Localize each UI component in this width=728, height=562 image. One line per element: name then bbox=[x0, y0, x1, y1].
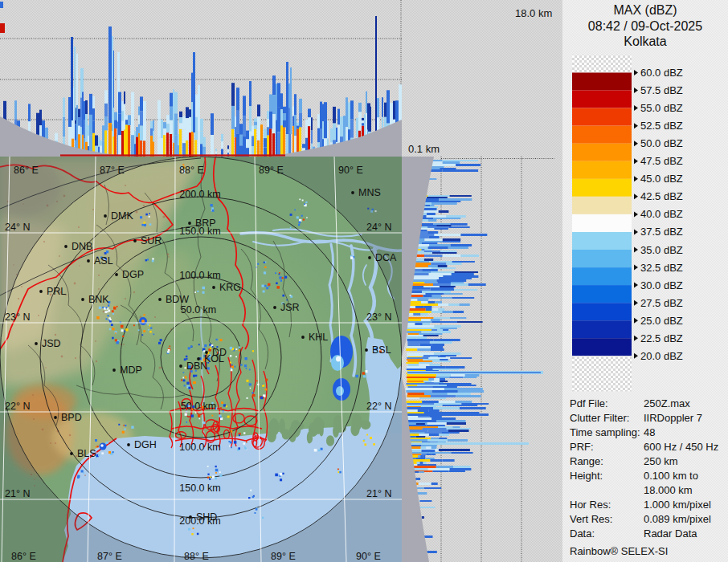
svg-text:BLS: BLS bbox=[77, 448, 96, 459]
svg-text:JSR: JSR bbox=[280, 302, 300, 313]
svg-text:DNB: DNB bbox=[72, 241, 92, 252]
svg-text:BNK: BNK bbox=[88, 294, 109, 305]
svg-text:BPD: BPD bbox=[61, 412, 82, 423]
svg-text:DBN: DBN bbox=[186, 360, 207, 372]
svg-text:90° E: 90° E bbox=[356, 551, 381, 562]
svg-text:150.0 km: 150.0 km bbox=[179, 483, 220, 494]
svg-text:DGP: DGP bbox=[122, 269, 144, 280]
svg-text:100.0 km: 100.0 km bbox=[179, 442, 220, 453]
svg-text:87° E: 87° E bbox=[97, 551, 122, 562]
svg-text:88° E: 88° E bbox=[184, 551, 209, 562]
svg-text:90° E: 90° E bbox=[338, 165, 363, 176]
svg-text:ASL: ASL bbox=[94, 255, 113, 267]
svg-text:DMK: DMK bbox=[111, 210, 133, 222]
svg-text:24° N: 24° N bbox=[366, 222, 391, 233]
svg-text:BDW: BDW bbox=[166, 294, 189, 305]
svg-text:89° E: 89° E bbox=[259, 165, 284, 176]
svg-text:86° E: 86° E bbox=[14, 165, 39, 176]
svg-text:BSL: BSL bbox=[372, 344, 391, 356]
svg-text:22° N: 22° N bbox=[5, 401, 30, 412]
svg-text:50.0 km: 50.0 km bbox=[181, 401, 216, 412]
svg-text:JSD: JSD bbox=[42, 338, 61, 349]
svg-text:23° N: 23° N bbox=[366, 312, 391, 323]
svg-text:KHL: KHL bbox=[309, 332, 328, 343]
svg-text:22° N: 22° N bbox=[366, 401, 391, 412]
svg-text:87° E: 87° E bbox=[100, 165, 125, 176]
svg-text:MNS: MNS bbox=[358, 187, 381, 198]
svg-text:50.0 km: 50.0 km bbox=[181, 304, 216, 316]
svg-text:24° N: 24° N bbox=[5, 222, 30, 233]
svg-text:21° N: 21° N bbox=[366, 488, 391, 499]
svg-text:DGH: DGH bbox=[134, 439, 157, 450]
svg-text:88° E: 88° E bbox=[179, 165, 204, 176]
svg-text:KRG: KRG bbox=[219, 282, 241, 293]
svg-text:SUR: SUR bbox=[141, 235, 162, 246]
svg-text:DCA: DCA bbox=[375, 252, 397, 263]
svg-text:89° E: 89° E bbox=[271, 551, 296, 562]
svg-text:SHD: SHD bbox=[196, 511, 217, 523]
svg-text:200.0 km: 200.0 km bbox=[179, 189, 220, 200]
svg-text:21° N: 21° N bbox=[5, 488, 30, 499]
svg-text:100.0 km: 100.0 km bbox=[179, 270, 220, 281]
svg-text:23° N: 23° N bbox=[5, 312, 30, 323]
svg-text:MDP: MDP bbox=[120, 364, 142, 376]
svg-text:86° E: 86° E bbox=[11, 551, 36, 562]
svg-text:BRP: BRP bbox=[195, 218, 216, 229]
svg-text:PRL: PRL bbox=[47, 286, 66, 297]
